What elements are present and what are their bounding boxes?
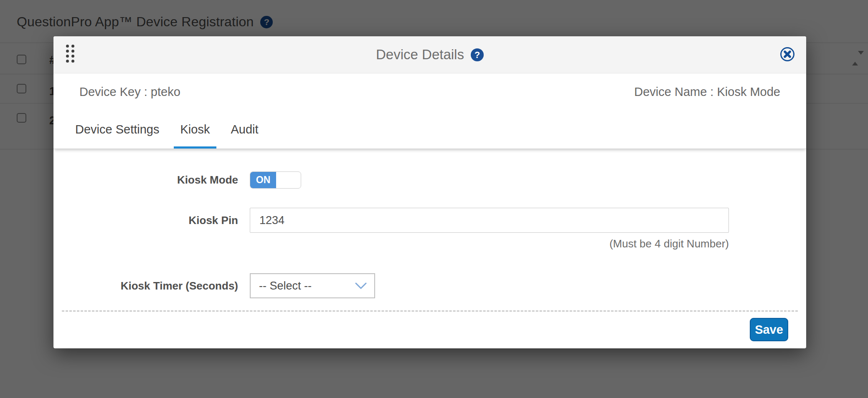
modal-title-text: Device Details <box>376 47 464 63</box>
screen: QuestionPro App™ Device Registration ? #… <box>0 0 868 398</box>
help-icon[interactable]: ? <box>471 48 484 61</box>
modal-title: Device Details ? <box>376 47 484 63</box>
chevron-down-icon <box>355 282 367 290</box>
kiosk-pin-hint: (Must be 4 digit Number) <box>609 237 729 250</box>
tab-kiosk[interactable]: Kiosk <box>174 111 217 149</box>
kiosk-pin-input[interactable] <box>250 208 729 233</box>
kiosk-pin-label: Kiosk Pin <box>53 208 238 233</box>
kiosk-mode-toggle[interactable]: ON <box>250 171 301 189</box>
device-name-label: Device Name : Kiosk Mode <box>634 85 780 99</box>
footer-divider <box>62 310 798 312</box>
toggle-on-state: ON <box>250 172 276 188</box>
device-meta-row: Device Key : pteko Device Name : Kiosk M… <box>53 73 806 111</box>
device-key-label: Device Key : pteko <box>79 85 180 99</box>
tab-audit[interactable]: Audit <box>224 111 265 149</box>
kiosk-mode-label: Kiosk Mode <box>53 171 238 189</box>
modal-header: Device Details ? <box>53 36 806 73</box>
kiosk-timer-selected-value: -- Select -- <box>259 280 312 292</box>
kiosk-tab-panel: Kiosk Mode ON Kiosk Pin (Must be 4 digit… <box>53 149 806 348</box>
kiosk-timer-label: Kiosk Timer (Seconds) <box>53 273 238 298</box>
save-button[interactable]: Save <box>750 318 788 341</box>
device-details-modal: Device Details ? Device Key : pteko Devi… <box>53 36 806 348</box>
tab-device-settings[interactable]: Device Settings <box>69 111 166 149</box>
drag-handle-icon[interactable] <box>66 45 74 63</box>
close-icon[interactable] <box>779 46 795 62</box>
modal-tabs: Device Settings Kiosk Audit <box>53 111 806 149</box>
kiosk-timer-select[interactable]: -- Select -- <box>250 273 375 298</box>
